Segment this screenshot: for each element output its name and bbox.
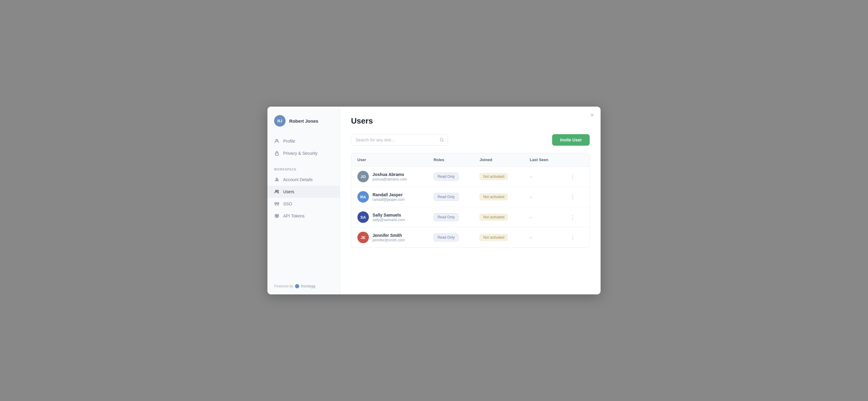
close-button[interactable]: × xyxy=(590,112,594,118)
user-name: Sally Samuels xyxy=(373,212,405,218)
svg-point-2 xyxy=(276,178,278,180)
user-cell: RA Randall Jasper randall@jasper.com xyxy=(358,191,422,203)
table-row: JO Joshua Abrams joshua@abrams.com Read … xyxy=(351,166,589,187)
lock-icon xyxy=(274,151,280,156)
role-badge: Read Only xyxy=(434,173,459,181)
frontegg-logo: frontegg xyxy=(295,284,315,288)
last-seen: – xyxy=(524,187,561,207)
user-details: Randall Jasper randall@jasper.com xyxy=(373,192,405,202)
col-user: User xyxy=(351,153,428,166)
user-avatar: RA xyxy=(358,191,369,203)
user-details: Sally Samuels sally@samuels.com xyxy=(373,212,405,222)
sidebar-item-account-label: Account Details xyxy=(283,177,313,182)
sidebar-item-api[interactable]: API Tokens xyxy=(268,210,340,222)
table-header: User Roles Joined Last Seen xyxy=(351,153,589,166)
page-title: Users xyxy=(351,116,590,126)
col-last-seen: Last Seen xyxy=(524,153,561,166)
sidebar: RJ Robert Jones Profile xyxy=(268,106,340,295)
sidebar-item-account-details[interactable]: Account Details xyxy=(268,174,340,186)
svg-point-0 xyxy=(276,139,278,141)
role-badge: Read Only xyxy=(434,213,459,221)
user-email: joshua@abrams.com xyxy=(373,177,407,181)
svg-point-3 xyxy=(276,190,277,192)
sidebar-item-users-label: Users xyxy=(283,189,294,194)
user-name: Randall Jasper xyxy=(373,192,405,197)
main-content: Users Invite User User Roles xyxy=(340,106,600,295)
sidebar-item-profile-label: Profile xyxy=(283,139,295,144)
search-input[interactable] xyxy=(351,134,448,146)
more-options-button[interactable]: ⋮ xyxy=(567,192,578,202)
powered-by-text: Powered by xyxy=(274,284,293,288)
sidebar-item-profile[interactable]: Profile xyxy=(268,135,340,147)
svg-rect-7 xyxy=(275,214,279,215)
svg-rect-8 xyxy=(275,216,279,217)
svg-rect-1 xyxy=(275,153,278,155)
workspace-nav: Account Details Users xyxy=(268,174,340,225)
table-row: JE Jennifer Smith jennifer@smith.com Rea… xyxy=(351,227,589,248)
user-name: Joshua Abrams xyxy=(373,172,407,177)
svg-point-4 xyxy=(277,190,279,191)
sidebar-item-users[interactable]: Users xyxy=(268,186,340,198)
user-email: jennifer@smith.com xyxy=(373,238,405,242)
user-avatar: SA xyxy=(358,211,369,223)
sidebar-item-sso-label: SSO xyxy=(283,202,292,206)
user-avatar: JE xyxy=(358,232,369,243)
user-cell: JO Joshua Abrams joshua@abrams.com xyxy=(358,171,422,182)
sidebar-item-privacy[interactable]: Privacy & Security xyxy=(268,147,340,159)
user-avatar: JO xyxy=(358,171,369,182)
user-email: randall@jasper.com xyxy=(373,197,405,202)
sidebar-footer: Powered by frontegg xyxy=(268,278,340,288)
role-badge: Read Only xyxy=(434,193,459,201)
status-badge: Not activated xyxy=(479,193,508,201)
user-name: Jennifer Smith xyxy=(373,233,405,238)
sso-icon xyxy=(274,201,280,207)
avatar: RJ xyxy=(274,115,286,127)
role-badge: Read Only xyxy=(434,234,459,241)
users-table: User Roles Joined Last Seen JO Joshua Ab… xyxy=(351,153,590,248)
col-actions xyxy=(561,153,589,166)
sidebar-item-sso[interactable]: SSO xyxy=(268,198,340,210)
table-row: SA Sally Samuels sally@samuels.com Read … xyxy=(351,207,589,227)
more-options-button[interactable]: ⋮ xyxy=(567,213,578,222)
user-email: sally@samuels.com xyxy=(373,218,405,222)
col-joined: Joined xyxy=(473,153,524,166)
api-icon xyxy=(274,213,280,219)
account-icon xyxy=(274,177,280,182)
table-row: RA Randall Jasper randall@jasper.com Rea… xyxy=(351,187,589,207)
users-icon xyxy=(274,189,280,194)
sidebar-nav: Profile Privacy & Security xyxy=(268,135,340,162)
frontegg-dot-icon xyxy=(295,284,299,288)
person-icon xyxy=(274,138,280,144)
more-options-button[interactable]: ⋮ xyxy=(567,233,578,242)
status-badge: Not activated xyxy=(479,234,508,241)
sidebar-item-api-label: API Tokens xyxy=(283,214,305,218)
sidebar-username: Robert Jones xyxy=(289,118,318,124)
status-badge: Not activated xyxy=(479,214,508,221)
table: User Roles Joined Last Seen JO Joshua Ab… xyxy=(351,153,589,247)
user-details: Joshua Abrams joshua@abrams.com xyxy=(373,172,407,181)
user-details: Jennifer Smith jennifer@smith.com xyxy=(373,233,405,242)
user-info: RJ Robert Jones xyxy=(268,115,340,135)
col-roles: Roles xyxy=(428,153,474,166)
workspace-label: WORKSPACE xyxy=(268,162,340,174)
frontegg-brand: frontegg xyxy=(301,284,315,288)
last-seen: – xyxy=(524,207,561,227)
modal: × RJ Robert Jones Profile xyxy=(268,106,600,295)
invite-user-button[interactable]: Invite User xyxy=(552,134,590,146)
last-seen: – xyxy=(524,227,561,248)
toolbar: Invite User xyxy=(351,134,590,146)
status-badge: Not activated xyxy=(479,173,508,180)
search-wrap xyxy=(351,134,448,146)
last-seen: – xyxy=(524,166,561,187)
sidebar-item-privacy-label: Privacy & Security xyxy=(283,151,318,156)
more-options-button[interactable]: ⋮ xyxy=(567,172,578,181)
user-cell: JE Jennifer Smith jennifer@smith.com xyxy=(358,232,422,243)
table-body: JO Joshua Abrams joshua@abrams.com Read … xyxy=(351,166,589,248)
user-cell: SA Sally Samuels sally@samuels.com xyxy=(358,211,422,223)
